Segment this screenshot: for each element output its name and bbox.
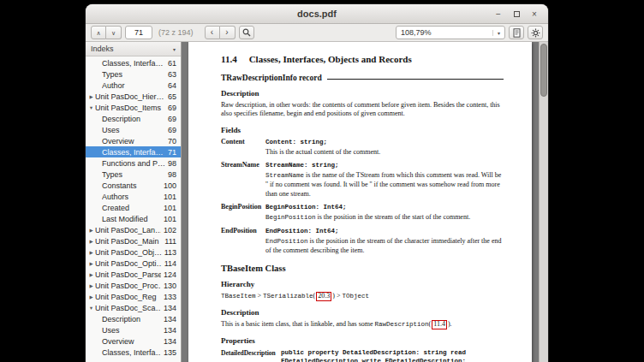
property-row: DetailedDescriptionpublic property Detai…	[221, 348, 504, 362]
sidebar-tree-item[interactable]: Classes, Interfa…71	[86, 146, 181, 157]
page-ref-link[interactable]: 20.3	[316, 292, 331, 301]
heading-rule	[327, 79, 504, 80]
sidebar-tree-item[interactable]: ▶Unit PasDoc_Opti…114	[86, 258, 181, 269]
field-row: EndPositionEndPosition: Int64;EndPositio…	[221, 227, 504, 255]
tree-item-label: Types	[102, 170, 165, 179]
settings-button[interactable]	[528, 26, 543, 39]
expander-collapsed-icon[interactable]: ▶	[87, 94, 95, 99]
minimize-button[interactable]: −	[492, 7, 505, 21]
sidebar-tree-item[interactable]: ▶Unit PasDoc_Parser124	[86, 269, 181, 280]
history-nav-group: ‹ ›	[205, 26, 236, 39]
tree-item-page: 69	[168, 104, 181, 112]
tree-item-label: Types	[102, 70, 165, 79]
history-back-button[interactable]: ‹	[205, 26, 220, 39]
tree-item-page: 98	[168, 170, 181, 179]
document-view: 11.4Classes, Interfaces, Objects and Rec…	[182, 42, 548, 362]
sidebar-tree-item[interactable]: Types98	[86, 169, 181, 180]
page-down-icon: ∨	[111, 30, 116, 36]
expander-collapsed-icon[interactable]: ▶	[87, 272, 95, 277]
record-heading: TRawDescriptionInfo record	[221, 74, 322, 82]
sidebar-tree-item[interactable]: Overview134	[86, 335, 181, 347]
sidebar-tree-item[interactable]: Constants100	[86, 180, 181, 191]
hierarchy-line: TBaseItem > TSerializable(20.3) > TObjec…	[221, 292, 504, 301]
inline-code: BeginPosition	[265, 214, 316, 221]
expander-collapsed-icon[interactable]: ▶	[87, 228, 95, 233]
sidebar-tree-item[interactable]: ▶Unit PasDoc_Reg133	[86, 291, 181, 302]
expander-collapsed-icon[interactable]: ▶	[87, 283, 95, 288]
page-view-button[interactable]	[509, 26, 524, 39]
properties-table: DetailedDescriptionpublic property Detai…	[221, 348, 504, 362]
tree-item-label: Unit PasDoc_Parser	[95, 270, 161, 279]
titlebar[interactable]: docs.pdf − ×	[86, 4, 548, 24]
zoom-combobox[interactable]: 108,79% ▾	[396, 26, 505, 39]
sidebar-tree: Classes, Interfa…61Types63Author64▶Unit …	[86, 56, 181, 362]
document-icon	[513, 28, 521, 38]
previous-page-button[interactable]: ∧	[91, 26, 106, 39]
history-forward-button[interactable]: ›	[220, 26, 236, 39]
page-number-input[interactable]	[125, 26, 152, 39]
window-title: docs.pdf	[86, 9, 548, 19]
field-name: BeginPosition	[221, 203, 265, 223]
expander-collapsed-icon[interactable]: ▶	[87, 294, 95, 300]
screen: docs.pdf − × ∧ ∨	[0, 0, 644, 362]
sidebar-tree-item[interactable]: ▶Unit PasDoc_Main111	[86, 235, 181, 246]
sidebar-tree-item[interactable]: Author64	[86, 80, 181, 91]
sidebar-tree-item[interactable]: ▼Unit PasDoc_Items69	[86, 102, 181, 113]
sidebar-tree-item[interactable]: Classes, Interfa…135	[86, 347, 181, 358]
sidebar-tree-item[interactable]: Types63	[86, 68, 181, 80]
field-declaration: BeginPosition: Int64;	[265, 203, 504, 211]
expander-collapsed-icon[interactable]: ▶	[87, 239, 95, 244]
tree-item-label: Constants	[102, 181, 161, 190]
sidebar-tree-item[interactable]: Classes, Interfa…61	[86, 57, 181, 68]
sidebar-tree-item[interactable]: ▶Unit PasDoc_Proc…130	[86, 280, 181, 291]
field-name: Content	[221, 138, 265, 157]
sidebar-tree-item[interactable]: ▶Unit PasDoc_Lan…102	[86, 224, 181, 235]
sidebar-tree-item[interactable]: ▼Unit PasDoc_Sca…134	[86, 302, 181, 313]
class-heading: TBaseItem Class	[221, 264, 504, 273]
expander-expanded-icon[interactable]: ▼	[87, 105, 95, 110]
search-icon	[242, 28, 251, 37]
tree-item-label: Description	[102, 315, 161, 323]
tree-item-page: 65	[168, 92, 181, 101]
sidebar-tree-item[interactable]: Description134	[86, 313, 181, 324]
sidebar-tree-item[interactable]: Uses134	[86, 324, 181, 335]
description-heading: Description	[221, 89, 504, 98]
chevron-down-icon: ▾	[173, 46, 176, 52]
tree-item-page: 101	[164, 204, 181, 212]
sidebar-tree-item[interactable]: Authors101	[86, 191, 181, 202]
expander-expanded-icon[interactable]: ▼	[87, 306, 95, 311]
tree-item-label: Unit PasDoc_Obj…	[95, 248, 162, 257]
sidebar-tree-item[interactable]: ▶Unit PasDoc_Obj…113	[86, 246, 181, 258]
field-description: EndPosition is the position in the strea…	[265, 237, 504, 255]
back-icon: ‹	[211, 28, 213, 38]
section-heading: 11.4Classes, Interfaces, Objects and Rec…	[221, 54, 504, 64]
expander-collapsed-icon[interactable]: ▶	[87, 250, 95, 255]
maximize-button[interactable]	[510, 7, 523, 21]
next-page-button[interactable]: ∨	[106, 26, 122, 39]
tree-item-label: Unit PasDoc_Main	[95, 237, 162, 246]
fields-heading: Fields	[221, 126, 504, 134]
close-icon: ×	[532, 9, 537, 19]
tree-item-page: 71	[168, 148, 181, 157]
tree-item-label: Uses	[102, 326, 161, 335]
tree-item-page: 124	[164, 270, 181, 279]
scrollbar-thumb[interactable]	[540, 44, 547, 97]
search-button[interactable]	[239, 26, 254, 39]
sidebar-tree-item[interactable]: Created101	[86, 202, 181, 213]
inline-code: TSerializable	[263, 293, 313, 300]
sidebar-tree-item[interactable]: Description69	[86, 113, 181, 124]
tree-item-page: 102	[164, 226, 181, 234]
vertical-scrollbar[interactable]	[539, 42, 548, 362]
record-description: Raw description, in other words: the con…	[221, 101, 504, 119]
sidebar-tree-item[interactable]: Uses69	[86, 124, 181, 135]
sidebar-tree-item[interactable]: Last Modified101	[86, 213, 181, 224]
close-button[interactable]: ×	[528, 7, 541, 21]
expander-collapsed-icon[interactable]: ▶	[87, 261, 95, 266]
gear-icon	[531, 28, 540, 38]
sidebar-tree-item[interactable]: ▶Unit PasDoc_Hier…65	[86, 91, 181, 102]
sidebar-view-selector[interactable]: Indeks ▾	[86, 42, 181, 56]
sidebar-tree-item[interactable]: Overview70	[86, 135, 181, 146]
tree-item-page: 111	[164, 237, 181, 246]
sidebar-tree-item[interactable]: Functions and P…98	[86, 157, 181, 169]
page-ref-link[interactable]: 11.4	[432, 320, 447, 329]
